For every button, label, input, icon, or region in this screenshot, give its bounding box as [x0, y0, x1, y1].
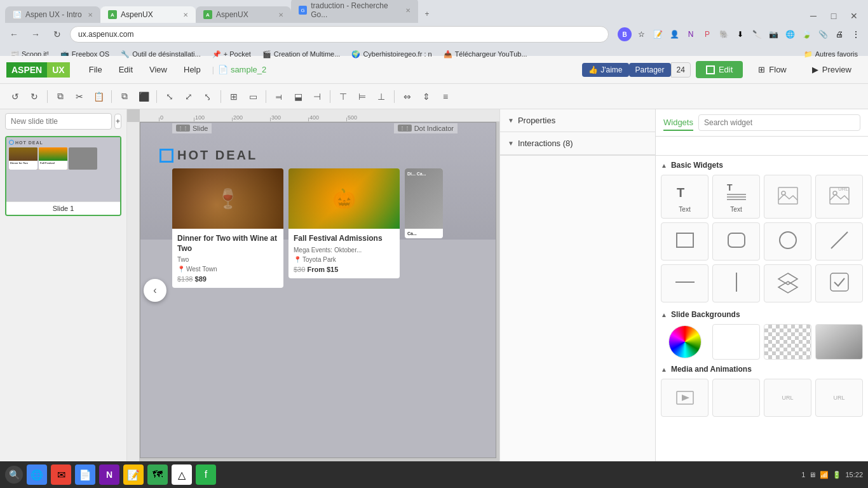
download-icon[interactable]: ⬇: [733, 27, 747, 41]
undo-button[interactable]: ↺: [6, 88, 24, 105]
maximize-button[interactable]: □: [825, 9, 843, 23]
bookmark-creation[interactable]: 🎬Creation of Multime...: [257, 49, 346, 60]
evernote-icon[interactable]: 🐘: [717, 27, 731, 41]
onenote-icon[interactable]: N: [684, 27, 698, 41]
menu-help[interactable]: Help: [176, 61, 208, 78]
widget-text-lines[interactable]: T Text: [712, 175, 760, 219]
more-icon[interactable]: ⋮: [849, 27, 863, 41]
knife-icon[interactable]: 🔪: [750, 27, 764, 41]
align-right-button[interactable]: ⊣: [308, 88, 326, 105]
slide-widget[interactable]: ⋮⋮ Slide: [172, 123, 212, 133]
browser-tab-4[interactable]: G traduction - Recherche Go... ✕: [291, 0, 418, 23]
translate-icon[interactable]: 🌐: [783, 27, 797, 41]
fit-button[interactable]: ⤢: [180, 88, 198, 105]
bookmark-autres[interactable]: 📁Autres favoris: [799, 49, 863, 60]
widget-circle[interactable]: [764, 222, 811, 261]
widget-line-v[interactable]: [712, 264, 760, 302]
slide-1-thumbnail[interactable]: HOT DEAL Dinner for Two Fall Fes: [5, 136, 121, 216]
profile-icon[interactable]: 👤: [667, 27, 681, 41]
align-left-button[interactable]: ⫤: [270, 88, 288, 105]
taskbar-drive-icon[interactable]: △: [172, 464, 192, 485]
slide-backgrounds-header[interactable]: ▲ Slide Backgrounds: [661, 310, 863, 319]
tab1-close[interactable]: ✕: [88, 11, 93, 18]
widget-interaction[interactable]: [815, 264, 863, 302]
add-slide-button[interactable]: +: [114, 114, 121, 129]
copy-button[interactable]: ⧉: [51, 88, 69, 105]
distribute-v-button[interactable]: ⇕: [417, 88, 435, 105]
minimize-button[interactable]: ─: [804, 9, 822, 23]
clip-icon[interactable]: 📎: [816, 27, 830, 41]
bg-item-white[interactable]: [712, 324, 760, 360]
flow-button[interactable]: ⊞ Flow: [748, 61, 796, 78]
tab2-close[interactable]: ✕: [183, 11, 188, 18]
prev-arrow-button[interactable]: ‹: [144, 279, 166, 302]
properties-header[interactable]: ▼ Properties: [500, 109, 655, 132]
forward-button[interactable]: →: [27, 25, 44, 43]
align-bottom-button[interactable]: ⊥: [372, 88, 390, 105]
edit-button[interactable]: Edit: [696, 61, 743, 78]
taskbar-keep-icon[interactable]: 📝: [123, 464, 144, 485]
bookmark-outil[interactable]: 🔧Outil de désinstallati...: [116, 49, 206, 60]
bg-item-checker[interactable]: [764, 324, 811, 360]
resize-button[interactable]: ⤡: [161, 88, 179, 105]
align-center-h-button[interactable]: ⬓: [289, 88, 307, 105]
product-card-1[interactable]: 🍷 Dinner for Two with Wine at Two Two 📍 …: [172, 168, 283, 288]
product-card-3[interactable]: Di... Ca... Ca...: [405, 168, 443, 238]
menu-file[interactable]: File: [81, 61, 110, 78]
browser-tab-2[interactable]: A AspenUX ✕: [100, 6, 196, 23]
media-animations-header[interactable]: ▲ Media and Animations: [661, 365, 863, 374]
grid-button[interactable]: ⊞: [225, 88, 243, 105]
bookmark-youtube[interactable]: 📥Téléchargeur YouTub...: [438, 49, 532, 60]
cut-button[interactable]: ✂: [71, 88, 88, 105]
align-middle-button[interactable]: ⊨: [353, 88, 371, 105]
widget-rect[interactable]: [661, 222, 709, 261]
printer-icon[interactable]: 🖨: [832, 27, 846, 41]
interactions-header[interactable]: ▼ Interactions (8): [500, 132, 655, 155]
taskbar-search-button[interactable]: 🔍: [5, 466, 23, 484]
delete-button[interactable]: ⬛: [135, 88, 153, 105]
menu-view[interactable]: View: [142, 61, 175, 78]
camera-icon[interactable]: 📷: [766, 27, 780, 41]
border-button[interactable]: ▭: [244, 88, 262, 105]
tab3-close[interactable]: ✕: [278, 11, 283, 18]
widget-layers[interactable]: [764, 264, 811, 302]
widget-image-url[interactable]: URL: [815, 175, 863, 219]
fb-like-button[interactable]: 👍 J'aime: [582, 63, 628, 77]
bookmark-pocket[interactable]: 📌+ Pocket: [207, 49, 256, 60]
bg-item-gradient[interactable]: [815, 324, 863, 360]
widgets-tab[interactable]: Widgets: [663, 115, 693, 131]
dot-indicator-widget[interactable]: ⋮⋮ Dot Indicator: [394, 123, 458, 133]
product-card-2[interactable]: 🎃 Fall Festival Admissions Mega Events: …: [288, 168, 400, 278]
widget-rect-rounded[interactable]: [712, 222, 760, 261]
widget-line-diagonal[interactable]: [815, 222, 863, 261]
slide-canvas[interactable]: ⋮⋮ Slide ⋮⋮ Dot Indicator HOT DEAL: [140, 122, 496, 458]
bookmark-cyber[interactable]: 🌍Cyberhistoiregeo.fr : n: [346, 49, 437, 60]
browser-tab-3[interactable]: A AspenUX ✕: [196, 6, 291, 23]
browser-tab-1[interactable]: 📄 Aspen UX - Intro ✕: [5, 6, 100, 23]
tab4-close[interactable]: ✕: [405, 7, 410, 14]
clone-button[interactable]: ⧉: [116, 88, 133, 105]
taskbar-gmail-icon[interactable]: ✉: [51, 464, 71, 485]
slide-label-bar[interactable]: ⋮⋮ Slide: [172, 123, 212, 133]
taskbar-chrome-icon[interactable]: 🌐: [27, 464, 47, 485]
align-top-button[interactable]: ⊤: [334, 88, 352, 105]
star-icon[interactable]: ☆: [634, 27, 648, 41]
bg-item-colorful[interactable]: [668, 325, 702, 358]
back-button[interactable]: ←: [5, 25, 23, 43]
taskbar-onenote-icon[interactable]: N: [99, 464, 119, 485]
redo-button[interactable]: ↻: [25, 88, 43, 105]
space-button[interactable]: ≡: [437, 88, 454, 105]
taskbar-maps-icon[interactable]: 🗺: [147, 464, 168, 485]
dot-indicator-label-bar[interactable]: ⋮⋮ Dot Indicator: [394, 123, 458, 133]
taskbar-feedly-icon[interactable]: f: [196, 464, 216, 485]
widget-media-url-1[interactable]: URL: [764, 379, 811, 417]
widget-search-input[interactable]: [698, 114, 860, 131]
menu-edit[interactable]: Edit: [111, 61, 140, 78]
expand-button[interactable]: ⤣: [199, 88, 217, 105]
distribute-h-button[interactable]: ⇔: [398, 88, 416, 105]
taskbar-docs-icon[interactable]: 📄: [75, 464, 95, 485]
widget-media-1[interactable]: [661, 379, 709, 417]
share-button[interactable]: Partager: [629, 63, 671, 77]
preview-button[interactable]: ▶ Preview: [802, 61, 862, 78]
widget-text-plain[interactable]: T Text: [661, 175, 709, 219]
